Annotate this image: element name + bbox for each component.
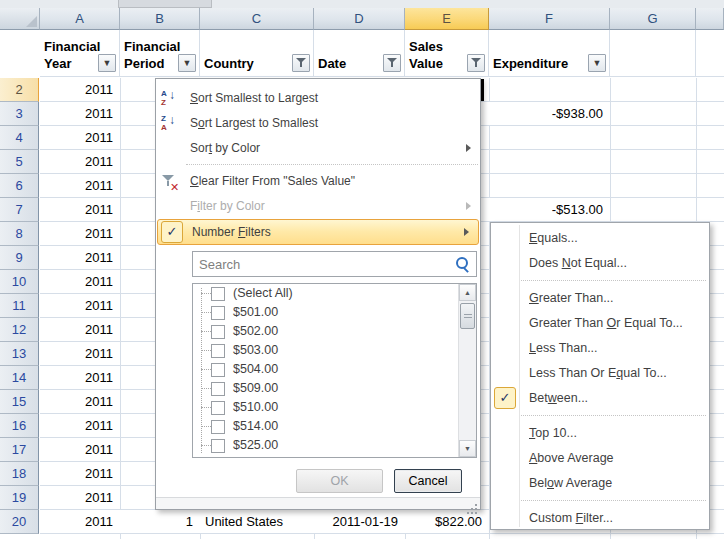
search-input[interactable] bbox=[197, 254, 451, 275]
cell-D20[interactable]: 2011-01-19 bbox=[314, 510, 404, 533]
cell-F3[interactable]: -$938.00 bbox=[489, 102, 609, 125]
row-header-9[interactable]: 9 bbox=[0, 246, 39, 270]
cell-A5[interactable]: 2011 bbox=[40, 150, 119, 173]
value-checkbox[interactable] bbox=[211, 325, 225, 339]
filter-button-sales-value[interactable] bbox=[467, 54, 485, 72]
filter-value-item[interactable]: $502.00 bbox=[193, 322, 476, 341]
cell-F7[interactable]: -$513.00 bbox=[489, 198, 609, 221]
value-checkbox[interactable] bbox=[211, 344, 225, 358]
submenu-item-between[interactable]: ✓ Between... bbox=[491, 386, 709, 411]
row-header-11[interactable]: 11 bbox=[0, 294, 39, 318]
scroll-thumb[interactable] bbox=[460, 303, 475, 329]
cell-C20[interactable]: United States bbox=[200, 510, 313, 533]
value-checkbox[interactable] bbox=[211, 306, 225, 320]
submenu-item-custom-filter[interactable]: Custom Filter... bbox=[491, 506, 709, 531]
cell-E20[interactable]: $822.00 bbox=[405, 510, 488, 533]
menu-item-clear-filter[interactable]: ✕ Clear Filter From "Sales Value" bbox=[156, 169, 480, 194]
row-header-19[interactable]: 19 bbox=[0, 486, 39, 510]
cell-A6[interactable]: 2011 bbox=[40, 174, 119, 197]
cell-A3[interactable]: 2011 bbox=[40, 102, 119, 125]
submenu-item-less-than-or-equal[interactable]: Less Than Or Equal To... bbox=[491, 361, 709, 386]
filter-button-country[interactable] bbox=[292, 54, 310, 72]
menu-item-sort-smallest-to-largest[interactable]: AZ↓ Sort Smallest to Largest bbox=[156, 86, 480, 111]
cell-A2[interactable]: 2011 bbox=[40, 78, 119, 101]
header-cell-expenditure[interactable]: Expenditure ▼ bbox=[489, 30, 610, 77]
row-header-14[interactable]: 14 bbox=[0, 366, 39, 390]
filter-button-expenditure[interactable]: ▼ bbox=[588, 54, 606, 72]
row-header-6[interactable]: 6 bbox=[0, 174, 39, 198]
cell-A14[interactable]: 2011 bbox=[40, 366, 119, 389]
row-header-17[interactable]: 17 bbox=[0, 438, 39, 462]
value-checkbox[interactable] bbox=[211, 382, 225, 396]
header-cell-financial-year[interactable]: Financial Year ▼ bbox=[40, 30, 120, 77]
menu-item-sort-largest-to-smallest[interactable]: ZA↓ Sort Largest to Smallest bbox=[156, 111, 480, 136]
cell-B20[interactable]: 1 bbox=[120, 510, 199, 533]
filter-value-item-partial[interactable] bbox=[193, 455, 476, 458]
column-header-G[interactable]: G bbox=[610, 8, 696, 30]
column-header-partial[interactable] bbox=[696, 8, 724, 30]
column-header-C[interactable]: C bbox=[200, 8, 314, 30]
filter-value-item[interactable]: $525.00 bbox=[193, 436, 476, 455]
column-header-D[interactable]: D bbox=[314, 8, 405, 30]
scroll-up-button[interactable]: ▲ bbox=[459, 284, 476, 301]
filter-value-item[interactable]: $504.00 bbox=[193, 360, 476, 379]
submenu-item-equals[interactable]: Equals... bbox=[491, 226, 709, 251]
cell-A16[interactable]: 2011 bbox=[40, 414, 119, 437]
filter-value-item[interactable]: $510.00 bbox=[193, 398, 476, 417]
submenu-item-greater-than[interactable]: Greater Than... bbox=[491, 286, 709, 311]
filter-value-item[interactable]: $501.00 bbox=[193, 303, 476, 322]
header-cell-partial[interactable] bbox=[696, 30, 724, 77]
filter-value-item[interactable]: $503.00 bbox=[193, 341, 476, 360]
value-checkbox[interactable] bbox=[211, 287, 225, 301]
row-header-5[interactable]: 5 bbox=[0, 150, 39, 174]
header-cell-financial-period[interactable]: Financial Period ▼ bbox=[120, 30, 200, 77]
filter-button-financial-year[interactable]: ▼ bbox=[98, 54, 116, 72]
row-header-4[interactable]: 4 bbox=[0, 126, 39, 150]
cell-A13[interactable]: 2011 bbox=[40, 342, 119, 365]
submenu-item-does-not-equal[interactable]: Does Not Equal... bbox=[491, 251, 709, 276]
cell-A10[interactable]: 2011 bbox=[40, 270, 119, 293]
row-header-13[interactable]: 13 bbox=[0, 342, 39, 366]
row-header-2[interactable]: 2 bbox=[0, 78, 39, 102]
cell-A12[interactable]: 2011 bbox=[40, 318, 119, 341]
header-cell-country[interactable]: Country bbox=[200, 30, 314, 77]
value-checkbox[interactable] bbox=[211, 363, 225, 377]
row-header-12[interactable]: 12 bbox=[0, 318, 39, 342]
filter-value-item[interactable]: $509.00 bbox=[193, 379, 476, 398]
resize-grip[interactable] bbox=[475, 504, 477, 506]
value-checkbox[interactable] bbox=[211, 439, 225, 453]
column-header-B[interactable]: B bbox=[120, 8, 200, 30]
search-icon[interactable] bbox=[456, 257, 468, 269]
column-header-A[interactable]: A bbox=[40, 8, 120, 30]
row-header-16[interactable]: 16 bbox=[0, 414, 39, 438]
column-header-E[interactable]: E bbox=[405, 8, 489, 30]
column-header-F[interactable]: F bbox=[489, 8, 610, 30]
menu-item-sort-by-color[interactable]: Sort by Color bbox=[156, 136, 480, 161]
value-checkbox[interactable] bbox=[211, 420, 225, 434]
scroll-down-button[interactable]: ▼ bbox=[459, 440, 476, 457]
menu-item-number-filters[interactable]: ✓ Number Filters bbox=[157, 219, 479, 245]
cell-A17[interactable]: 2011 bbox=[40, 438, 119, 461]
submenu-item-less-than[interactable]: Less Than... bbox=[491, 336, 709, 361]
cell-A8[interactable]: 2011 bbox=[40, 222, 119, 245]
row-header-3[interactable]: 3 bbox=[0, 102, 39, 126]
cell-A20[interactable]: 2011 bbox=[40, 510, 119, 533]
cell-A9[interactable]: 2011 bbox=[40, 246, 119, 269]
select-all-corner[interactable] bbox=[0, 8, 40, 30]
row-header-8[interactable]: 8 bbox=[0, 222, 39, 246]
filter-button-financial-period[interactable]: ▼ bbox=[178, 54, 196, 72]
header-cell-sales-value[interactable]: Sales Value bbox=[405, 30, 489, 77]
cell-A18[interactable]: 2011 bbox=[40, 462, 119, 485]
cell-A19[interactable]: 2011 bbox=[40, 486, 119, 509]
submenu-item-below-average[interactable]: Below Average bbox=[491, 471, 709, 496]
scrollbar[interactable]: ▲ ▼ bbox=[458, 284, 476, 457]
row-header-20[interactable]: 20 bbox=[0, 510, 39, 534]
cell-A15[interactable]: 2011 bbox=[40, 390, 119, 413]
row-header-18[interactable]: 18 bbox=[0, 462, 39, 486]
submenu-item-greater-than-or-equal[interactable]: Greater Than Or Equal To... bbox=[491, 311, 709, 336]
submenu-item-above-average[interactable]: Above Average bbox=[491, 446, 709, 471]
value-checkbox[interactable] bbox=[211, 401, 225, 415]
row-header-10[interactable]: 10 bbox=[0, 270, 39, 294]
row-header-7[interactable]: 7 bbox=[0, 198, 39, 222]
filter-value-item[interactable]: (Select All) bbox=[193, 284, 476, 303]
